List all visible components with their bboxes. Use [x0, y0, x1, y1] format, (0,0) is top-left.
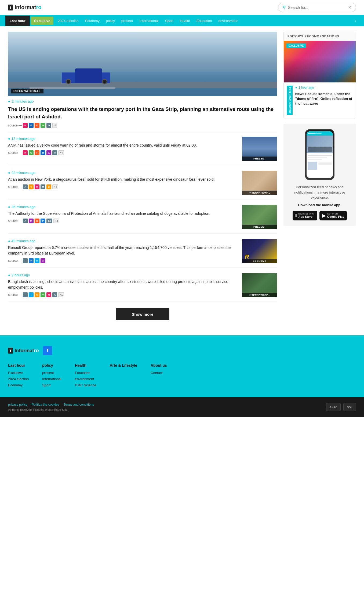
article-4-source: source — — P D A	[8, 258, 238, 263]
footer-link-education[interactable]: Education	[75, 371, 96, 375]
main-layout: INTERNATIONAL ● 2 minutes ago The US is …	[0, 26, 364, 330]
article-5-body[interactable]: Bangladesh is closing schools and univer…	[8, 279, 238, 290]
article-1-thumb-label: PRESENT	[242, 157, 277, 161]
footer-link-international[interactable]: International	[42, 377, 61, 381]
apple-icon: 	[295, 213, 297, 218]
article-2-thumb[interactable]: INTERNATIONAL	[242, 171, 277, 195]
footer-logo-text: Informatro	[14, 348, 39, 354]
close-icon[interactable]: ✕	[348, 5, 351, 10]
show-more-wrapper: Show more	[8, 308, 277, 320]
footer-col-3-title: Health	[75, 363, 96, 368]
article-3-thumb[interactable]: PRESENT	[242, 205, 277, 229]
footer-col-4: Arte & Lifestyle	[110, 363, 137, 389]
article-4-thumb[interactable]: R ECONOMY	[242, 239, 277, 263]
rec-title[interactable]: News Focus: Romania, under the "dome of …	[295, 92, 352, 106]
phone-mockup	[305, 129, 334, 180]
nav-item-health[interactable]: Health	[177, 16, 193, 26]
app-promo: Personalized feed of news and notificati…	[283, 124, 356, 226]
google-play-button[interactable]: ▶ GET IT ON Google Play	[319, 211, 347, 220]
anpc-text: ANPC	[330, 406, 337, 409]
nav-item-present[interactable]: present	[118, 16, 136, 26]
footer-col-1: Last hour Exclusive 2024 election Econom…	[8, 363, 29, 389]
google-play-main: Google Play	[327, 215, 344, 218]
article-4-thumb-label: ECONOMY	[242, 259, 277, 263]
hero-timestamp: ● 2 minutes ago	[8, 99, 277, 103]
app-store-button[interactable]:  Download on the App Store	[293, 211, 317, 220]
rec-timestamp: ● 1 hour ago	[295, 86, 352, 89]
footer-col-1-title: Last hour	[8, 363, 29, 368]
hero-title[interactable]: The US is ending operations with the tem…	[8, 106, 277, 120]
google-play-sub: GET IT ON	[327, 213, 344, 215]
source-badge-extra: G	[46, 123, 51, 128]
badge-anpc[interactable]: ANPC	[326, 403, 341, 411]
nav-item-2024-election[interactable]: 2024 election	[54, 16, 82, 26]
article-1-thumb[interactable]: PRESENT	[242, 137, 277, 161]
footer-link-economy[interactable]: Economy	[8, 383, 29, 387]
article-row-2: ● 23 minutes ago At an auction in New Yo…	[8, 171, 277, 199]
article-5-thumb-label: INTERNATIONAL	[242, 293, 277, 297]
footer-link-sport[interactable]: Sport	[42, 383, 61, 387]
footer-link-present[interactable]: present	[42, 371, 61, 375]
footer-link-contact[interactable]: Contact	[151, 371, 167, 375]
nav-item-economy[interactable]: Economy	[82, 16, 103, 26]
article-2-body[interactable]: At an auction in New York, a stegosaurus…	[8, 177, 238, 182]
nav-item-international[interactable]: International	[136, 16, 162, 26]
nav-item-education[interactable]: Education	[193, 16, 215, 26]
google-play-icon: ▶	[322, 213, 326, 219]
exclusive-content-tag: EXCLUSIVE CONTENT	[287, 86, 293, 115]
footer-link-exclusive[interactable]: Exclusive	[8, 371, 29, 375]
article-2-thumb-label: INTERNATIONAL	[242, 191, 277, 195]
app-promo-bold: Download the mobile app.	[289, 203, 351, 207]
nav-item-environment[interactable]: environment	[215, 16, 241, 26]
nav-item-exclusive[interactable]: Exclusive	[31, 17, 53, 25]
footer-link-2024-election[interactable]: 2024 election	[8, 377, 29, 381]
article-1-body[interactable]: ANM has issued a yellow code warning of …	[8, 143, 238, 148]
terms-link[interactable]: Terms and conditions	[64, 403, 94, 406]
sidebar-column: EDITOR'S RECOMMENDATIONS EXCLUSIVE EXCLU…	[283, 32, 356, 325]
bottom-links: privacy policy Politica the cookies Term…	[8, 403, 94, 406]
article-3-text: ● 36 minutes ago The Authority for the S…	[8, 205, 238, 229]
footer-top: i Informatro f	[8, 346, 356, 355]
nav-item-sport[interactable]: Sport	[162, 16, 177, 26]
article-2-source: source — A ☆ H M B +4	[8, 184, 238, 189]
rec-image[interactable]: EXCLUSIVE	[284, 41, 356, 82]
logo[interactable]: i Informatro	[8, 4, 41, 10]
article-3-body[interactable]: The Authority for the Supervision and Pr…	[8, 211, 238, 216]
show-more-button[interactable]: Show more	[116, 308, 170, 320]
search-icon: ⚲	[283, 5, 286, 10]
nav-item-policy[interactable]: policy	[103, 16, 118, 26]
privacy-policy-link[interactable]: privacy policy	[8, 403, 27, 406]
footer-link-environment[interactable]: environment	[75, 377, 96, 381]
bottom-bar: privacy policy Politica the cookies Term…	[0, 397, 364, 417]
footer-link-itc[interactable]: IT&C Science	[75, 383, 96, 387]
content-column: INTERNATIONAL ● 2 minutes ago The US is …	[8, 32, 277, 325]
search-input[interactable]	[288, 5, 346, 10]
app-store-sub: Download on the	[298, 213, 314, 215]
facebook-button[interactable]: f	[43, 346, 52, 355]
nav-item-last-hour[interactable]: Last hour	[5, 16, 30, 26]
footer-logo-icon: i	[8, 348, 13, 354]
article-5-thumb[interactable]: INTERNATIONAL	[242, 273, 277, 297]
article-4-body[interactable]: Renault Group reported a 6.7% increase i…	[8, 245, 238, 256]
hero-source-row: source — H B D G G +1	[8, 123, 277, 128]
nav-more-icon[interactable]: ›	[353, 15, 359, 26]
footer-col-5: About us Contact	[151, 363, 167, 389]
header: i Informatro ⚲ ✕	[0, 0, 364, 15]
footer-col-2: policy present International Sport	[42, 363, 61, 389]
footer-cyan: i Informatro f Last hour Exclusive 2024 …	[0, 335, 364, 397]
politica-cookies-link[interactable]: Politica the cookies	[32, 403, 59, 406]
hero-tag: INTERNATIONAL	[11, 89, 43, 93]
source-badge-b: B	[29, 123, 34, 128]
logo-icon: i	[8, 5, 13, 10]
footer-columns: Last hour Exclusive 2024 election Econom…	[8, 363, 356, 389]
badge-sol[interactable]: SOL	[343, 403, 356, 411]
article-1-source: source — H G F R A ☆ +4	[8, 150, 238, 155]
hero-image[interactable]: INTERNATIONAL	[8, 32, 277, 96]
footer-col-2-title: policy	[42, 363, 61, 368]
article-2-timestamp: ● 23 minutes ago	[8, 171, 238, 175]
copyright-text: All rights reserved Strategic Media Team…	[8, 408, 94, 411]
article-5-text: ● 2 hours ago Bangladesh is closing scho…	[8, 273, 238, 297]
footer-logo[interactable]: i Informatro	[8, 348, 39, 354]
article-1-timestamp: ● 13 minutes ago	[8, 137, 238, 141]
search-box[interactable]: ⚲ ✕	[278, 3, 356, 12]
